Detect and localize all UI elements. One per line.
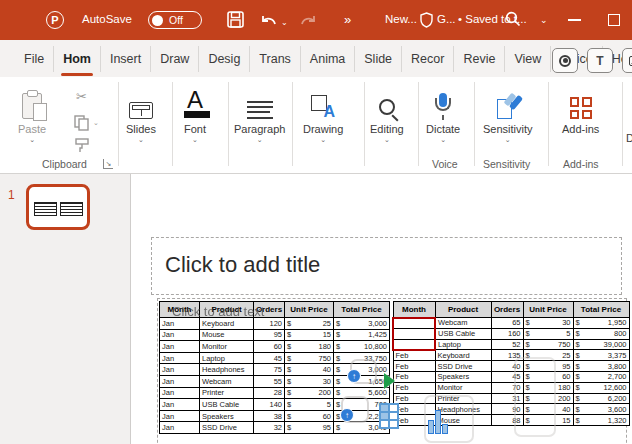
cell-unit[interactable]: $750 [285, 352, 334, 364]
drawing-button[interactable]: Drawing⌄ [303, 85, 343, 144]
cell-prod[interactable]: Monitor [200, 341, 254, 353]
cell-unit[interactable]: $40 [285, 364, 334, 376]
undo-dropdown-icon[interactable]: ⌄ [281, 18, 288, 27]
tab-hom[interactable]: Hom [54, 46, 101, 72]
clipboard-dialog-launcher-icon[interactable]: ↘ [103, 159, 113, 169]
cell-unit[interactable]: $180 [285, 341, 334, 353]
cell-month[interactable] [393, 328, 435, 339]
paragraph-button[interactable]: Paragraph⌄ [234, 85, 285, 144]
cell-total[interactable]: $12,600 [573, 382, 629, 393]
cell-unit[interactable]: $30 [285, 375, 334, 387]
font-button[interactable]: A Font⌄ [184, 85, 206, 144]
cell-total[interactable]: $3,600 [573, 404, 629, 415]
more-commands-icon[interactable]: » [344, 12, 351, 27]
tab-slide[interactable]: Slide [355, 46, 402, 72]
cell-prod[interactable]: Keyboard [200, 318, 254, 330]
maximize-button[interactable] [608, 14, 620, 26]
cell-ord[interactable]: 120 [254, 318, 285, 330]
cell-month[interactable]: Jan [160, 375, 200, 387]
cell-total[interactable]: $1,950 [573, 318, 629, 329]
search-icon[interactable] [505, 11, 521, 27]
cell-prod[interactable]: Webcam [200, 375, 254, 387]
cell-unit[interactable]: $5 [285, 399, 334, 411]
cell-month[interactable]: Feb [393, 361, 435, 372]
slides-button[interactable]: Slides⌄ [126, 85, 156, 144]
cell-prod[interactable]: Laptop [435, 339, 491, 350]
editing-button[interactable]: Editing⌄ [370, 85, 404, 144]
cell-total[interactable]: $39,000 [573, 339, 629, 350]
cell-month[interactable]: Jan [160, 341, 200, 353]
cell-total[interactable]: $3,000 [334, 318, 390, 330]
cell-ord[interactable]: 32 [254, 422, 285, 434]
cutoff-button-label[interactable]: D [626, 132, 632, 144]
sensitivity-button[interactable]: Sensitivity⌄ [483, 85, 533, 144]
record-button[interactable] [552, 48, 578, 73]
cell-unit[interactable]: $5 [523, 328, 573, 339]
save-icon[interactable] [227, 11, 244, 28]
cell-month[interactable]: Feb [393, 350, 435, 361]
undo-icon[interactable] [260, 11, 277, 28]
copy-icon[interactable] [74, 115, 90, 131]
cell-ord[interactable]: 140 [254, 399, 285, 411]
cell-month[interactable]: Jan [160, 364, 200, 376]
cell-total[interactable]: $6,200 [573, 393, 629, 404]
cell-month[interactable]: Jan [160, 387, 200, 399]
cell-unit[interactable]: $30 [523, 318, 573, 329]
saved-status-chevron-icon[interactable]: ⌄ [540, 15, 548, 25]
cell-unit[interactable]: $200 [285, 387, 334, 399]
cell-ord[interactable]: 75 [254, 364, 285, 376]
cell-prod[interactable]: SSD Drive [200, 422, 254, 434]
cell-prod[interactable]: SSD Drive [435, 361, 491, 372]
teams-share-button[interactable]: T [587, 48, 613, 73]
cell-ord[interactable]: 65 [491, 318, 523, 329]
cell-total[interactable]: $800 [573, 328, 629, 339]
cell-ord[interactable]: 95 [254, 329, 285, 341]
tab-desig[interactable]: Desig [199, 46, 250, 72]
cell-prod[interactable]: Monitor [435, 382, 491, 393]
cell-ord[interactable]: 45 [254, 352, 285, 364]
tab-recor[interactable]: Recor [402, 46, 454, 72]
document-title[interactable]: New... [385, 13, 417, 25]
tab-view[interactable]: View [505, 46, 551, 72]
cell-ord[interactable]: 52 [491, 339, 523, 350]
comments-button[interactable] [622, 48, 632, 73]
cell-month[interactable]: Jan [160, 422, 200, 434]
cell-unit[interactable]: $15 [285, 329, 334, 341]
cell-ord[interactable]: 38 [254, 410, 285, 422]
cell-month[interactable]: Jan [160, 410, 200, 422]
cell-unit[interactable]: $60 [285, 410, 334, 422]
tab-trans[interactable]: Trans [250, 46, 301, 72]
autosave-toggle[interactable]: Off [148, 11, 202, 29]
cell-total[interactable]: $3,800 [573, 361, 629, 372]
cell-prod[interactable]: USB Cable [200, 399, 254, 411]
cell-prod[interactable]: Laptop [200, 352, 254, 364]
cell-month[interactable]: Jan [160, 352, 200, 364]
cell-total[interactable]: $10,800 [334, 341, 390, 353]
cell-prod[interactable]: USB Cable [435, 328, 491, 339]
cell-month[interactable] [393, 318, 435, 329]
format-painter-icon[interactable] [74, 137, 91, 154]
cell-unit[interactable]: $25 [285, 318, 334, 330]
paste-button[interactable]: Paste ⌄ [18, 85, 46, 144]
cell-unit[interactable]: $750 [523, 339, 573, 350]
cell-prod[interactable]: Speakers [435, 371, 491, 382]
cell-prod[interactable]: Mouse [200, 329, 254, 341]
tab-draw[interactable]: Draw [151, 46, 199, 72]
slide-thumbnail-panel[interactable]: 1 [0, 174, 131, 444]
dictate-button[interactable]: Dictate⌄ [426, 85, 460, 144]
cell-ord[interactable]: 60 [254, 341, 285, 353]
cell-unit[interactable]: $95 [285, 422, 334, 434]
cell-total[interactable]: $3,375 [573, 350, 629, 361]
cell-total[interactable]: $1,425 [334, 329, 390, 341]
addins-button[interactable]: Add-ins [562, 85, 599, 135]
tab-anima[interactable]: Anima [301, 46, 355, 72]
cut-icon[interactable]: ✂ [76, 89, 87, 104]
cell-month[interactable]: Jan [160, 399, 200, 411]
cell-month[interactable]: Jan [160, 329, 200, 341]
cell-month[interactable]: Jan [160, 318, 200, 330]
tab-insert[interactable]: Insert [101, 46, 151, 72]
cell-ord[interactable]: 160 [491, 328, 523, 339]
cell-prod[interactable]: Keyboard [435, 350, 491, 361]
cell-prod[interactable]: Webcam [435, 318, 491, 329]
tab-file[interactable]: File [14, 46, 54, 72]
